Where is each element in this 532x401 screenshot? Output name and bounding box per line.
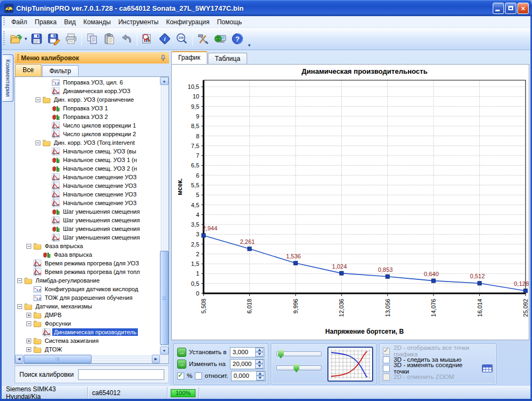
data-point[interactable] <box>386 275 389 278</box>
set-increment-button[interactable] <box>255 348 263 353</box>
tree-item[interactable]: −Дин. корр. УОЗ (ограничение <box>15 95 160 104</box>
comments-tab[interactable]: Комментарии <box>3 54 13 102</box>
tree-item[interactable]: Начальное смещение УОЗ <box>15 181 160 190</box>
toolbar-overflow-button[interactable]: ▼ <box>246 28 253 50</box>
data-point[interactable] <box>202 234 206 237</box>
undo-button[interactable] <box>118 30 135 47</box>
tree-item[interactable]: Начальное смещ. УОЗ 2 (н <box>15 164 160 173</box>
menu-configuration[interactable]: Конфигурация <box>162 17 213 27</box>
save-as-button[interactable] <box>45 30 62 47</box>
data-point[interactable] <box>340 271 344 275</box>
relative-decrement-button[interactable] <box>256 376 264 381</box>
collapse-toggle[interactable]: − <box>36 140 40 145</box>
paste-button[interactable] <box>101 30 118 47</box>
menu-commands[interactable]: Команды <box>80 17 115 27</box>
percent-checkbox[interactable]: ✓ <box>177 372 184 379</box>
tree-item[interactable]: +ДТОЖ <box>15 345 160 354</box>
menu-file[interactable]: Файл <box>8 17 31 27</box>
collapse-toggle[interactable]: − <box>17 304 22 309</box>
tree-item[interactable]: Поправка УОЗ 1 <box>15 104 160 112</box>
relative-checkbox[interactable] <box>195 372 202 379</box>
help-button[interactable]: ? <box>229 30 246 47</box>
tree-item[interactable]: −Фаза впрыска <box>15 242 160 250</box>
tree-item[interactable]: Динамическая корр.УОЗ <box>15 87 160 95</box>
search-input[interactable] <box>78 369 164 380</box>
tree-item[interactable]: −Датчики, механизмы <box>15 302 160 311</box>
tree-item[interactable]: −Лямбда-регулирование <box>15 276 160 285</box>
tree-item[interactable]: Шаг уменьшения смещения <box>15 207 160 216</box>
print-button[interactable] <box>62 30 80 47</box>
menu-edit[interactable]: Правка <box>31 17 61 27</box>
tree-item[interactable]: =1.2ТОЖ для разрешения обучения <box>15 293 160 302</box>
info-button[interactable]: i <box>156 30 173 47</box>
tree-item[interactable]: Динамическая производитель <box>15 328 160 336</box>
scroll-down-button[interactable]: ▼ <box>160 347 169 355</box>
scroll-right-button[interactable]: ▶ <box>152 355 160 363</box>
data-point[interactable] <box>248 247 251 251</box>
relative-value-input[interactable] <box>232 371 256 381</box>
option-checkbox-2[interactable] <box>383 365 390 372</box>
chart-canvas[interactable]: 00,511,522,533,544,555,566,577,588,599,5… <box>172 66 530 338</box>
horizontal-scroll-thumb[interactable] <box>24 355 92 363</box>
menu-help[interactable]: Помощь <box>213 17 246 27</box>
smoothing-slider-1[interactable] <box>276 351 321 356</box>
menu-instruments[interactable]: Инструменты <box>115 17 163 27</box>
change-increment-button[interactable] <box>255 360 263 364</box>
change-decrement-button[interactable] <box>255 364 263 369</box>
data-point[interactable] <box>524 289 528 293</box>
set-value-input[interactable] <box>230 348 255 357</box>
slider-thumb[interactable] <box>278 350 284 358</box>
compare-button[interactable] <box>139 30 156 47</box>
tree-item[interactable]: =1.2Конфигурация датчиков кислород <box>15 285 160 293</box>
set-decrement-button[interactable] <box>255 352 263 357</box>
tree-item[interactable]: Число циклов коррекции 1 <box>15 121 160 130</box>
data-point[interactable] <box>293 261 297 265</box>
relative-increment-button[interactable] <box>256 371 264 376</box>
apply-change-button[interactable]: → <box>177 360 186 369</box>
menu-view[interactable]: Вид <box>60 17 80 27</box>
tree-item[interactable]: =1.2Поправка УОЗ, цил. 6 <box>15 78 160 87</box>
change-value-input[interactable] <box>230 360 255 369</box>
copy-button[interactable] <box>83 30 101 47</box>
open-button[interactable] <box>8 30 25 47</box>
slider-thumb[interactable] <box>293 364 299 372</box>
tree-horizontal-scrollbar[interactable]: ◀ ▶ <box>15 355 160 363</box>
smoothing-slider-2[interactable] <box>276 365 321 370</box>
tree-item[interactable]: Поправка УОЗ 2 <box>15 112 160 121</box>
collapse-toggle[interactable]: − <box>36 97 40 102</box>
neighbor-points-grid-button[interactable] <box>482 364 493 372</box>
expand-toggle[interactable]: + <box>26 313 31 318</box>
expand-toggle[interactable]: + <box>26 347 31 352</box>
tree-item[interactable]: Шаг уменьшения смещения <box>15 224 160 233</box>
collapse-toggle[interactable]: − <box>26 321 31 326</box>
minimize-button[interactable] <box>493 3 504 14</box>
tree-item[interactable]: Число циклов коррекции 2 <box>15 130 160 138</box>
data-point[interactable] <box>432 279 436 283</box>
tree-item[interactable]: Начальное смещение УОЗ <box>15 173 160 181</box>
tree-item[interactable]: Начальное смещ. УОЗ 1 (н <box>15 156 160 164</box>
tree-item[interactable]: Время режима прогрева (для УОЗ <box>15 259 160 268</box>
tools-button[interactable] <box>194 30 212 47</box>
expand-toggle[interactable]: + <box>26 339 31 343</box>
tab-table[interactable]: Таблица <box>208 53 247 64</box>
data-point[interactable] <box>478 282 481 285</box>
tree-item[interactable]: Шаг уменьшения смещения <box>15 233 160 242</box>
zoom-button[interactable]: 110 <box>173 30 191 47</box>
maximize-button[interactable] <box>505 3 516 14</box>
option-checkbox-1[interactable] <box>383 356 390 363</box>
tree-item[interactable]: Начальное смещение УОЗ <box>15 199 160 207</box>
collapse-toggle[interactable]: − <box>26 244 31 249</box>
tree-item[interactable]: Шаг уменьшения смещения <box>15 216 160 224</box>
pin-icon[interactable] <box>159 54 167 62</box>
tree-vertical-scrollbar[interactable]: ▲ ▼ <box>160 77 169 355</box>
scroll-up-button[interactable]: ▲ <box>160 77 169 85</box>
tree-item[interactable]: −Форсунки <box>15 319 160 328</box>
tree-item[interactable]: Начальное смещ. УОЗ (вы <box>15 147 160 156</box>
apply-set-button[interactable]: → <box>177 348 186 357</box>
internet-button[interactable] <box>212 30 229 47</box>
tree-item[interactable]: Начальное смещение УОЗ <box>15 190 160 199</box>
tree-item[interactable]: Время режима прогрева (для топл <box>15 268 160 276</box>
tree-item[interactable]: +ДМРВ <box>15 311 160 319</box>
collapse-toggle[interactable]: − <box>17 278 22 283</box>
vertical-scroll-thumb[interactable] <box>160 251 169 345</box>
